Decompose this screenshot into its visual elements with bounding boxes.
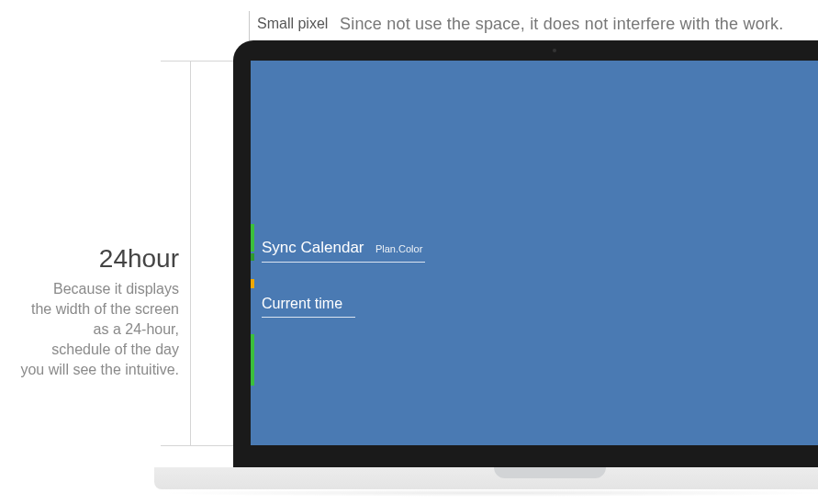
guide-horizontal-bottom <box>161 445 234 446</box>
callout-sync-underline <box>262 262 425 263</box>
left-title: 24hour <box>0 244 179 274</box>
laptop-screen: Sync Calendar Plan.Color Current time <box>251 61 818 445</box>
timeline-bar-green-1 <box>251 224 254 252</box>
laptop-frame: Sync Calendar Plan.Color Current time <box>233 40 818 468</box>
small-pixel-label: Small pixel <box>257 16 328 32</box>
callout-time-underline <box>262 317 355 318</box>
small-pixel-description: Since not use the space, it does not int… <box>340 15 783 34</box>
callout-sync-calendar: Sync Calendar Plan.Color <box>262 239 427 257</box>
callout-time-label: Current time <box>262 296 342 311</box>
timeline-bar-amber <box>251 279 254 288</box>
guide-horizontal-top <box>161 61 234 62</box>
guide-vertical-24h <box>190 61 191 446</box>
timeline-bar-green-2 <box>251 334 254 386</box>
left-text-block: 24hour Because it displays the width of … <box>0 244 179 380</box>
callout-current-time: Current time <box>262 296 363 312</box>
callout-sync-label: Sync Calendar <box>262 239 364 256</box>
laptop-base <box>154 467 818 489</box>
laptop-notch <box>494 467 606 478</box>
laptop-shadow <box>154 489 818 497</box>
left-body: Because it displays the width of the scr… <box>0 279 179 380</box>
timeline-bar-green-1b <box>251 253 254 261</box>
guide-vertical-small-pixel <box>249 11 250 40</box>
callout-sync-sub: Plan.Color <box>375 243 422 254</box>
